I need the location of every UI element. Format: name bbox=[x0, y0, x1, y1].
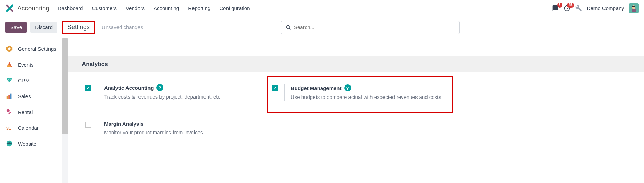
sidebar-item-rental[interactable]: Rental bbox=[0, 104, 68, 120]
check-icon: ✓ bbox=[87, 85, 90, 90]
svg-point-9 bbox=[8, 79, 9, 80]
nav-configuration[interactable]: Configuration bbox=[219, 5, 250, 11]
discard-button[interactable]: Discard bbox=[30, 22, 57, 33]
sidebar-item-events[interactable]: Events bbox=[0, 57, 68, 72]
nav-customers[interactable]: Customers bbox=[92, 5, 117, 11]
section-header-analytics: Analytics bbox=[68, 56, 644, 72]
sidebar-item-label: General Settings bbox=[18, 46, 56, 52]
content: General Settings Events CRM Sales Rental bbox=[0, 38, 644, 183]
nav-dashboard[interactable]: Dashboard bbox=[58, 5, 83, 11]
divider bbox=[98, 84, 98, 104]
nav-menu: Dashboard Customers Vendors Accounting R… bbox=[58, 5, 250, 11]
sidebar-item-label: Calendar bbox=[18, 125, 39, 131]
help-icon[interactable]: ? bbox=[156, 84, 163, 91]
sidebar-item-general-settings[interactable]: General Settings bbox=[0, 41, 68, 57]
sidebar-item-website[interactable]: Website bbox=[0, 136, 68, 151]
breadcrumb: Settings bbox=[62, 21, 95, 34]
setting-description: Track costs & revenues by project, depar… bbox=[104, 93, 264, 101]
help-icon[interactable]: ? bbox=[344, 84, 351, 91]
nav-right: 6 25 Demo Company bbox=[552, 3, 639, 13]
action-bar: Save Discard Settings Unsaved changes bbox=[0, 16, 644, 38]
unsaved-indicator: Unsaved changes bbox=[102, 24, 143, 30]
setting-description: Use budgets to compare actual with expec… bbox=[291, 93, 448, 101]
events-icon bbox=[5, 61, 13, 68]
messages-badge: 6 bbox=[557, 3, 562, 8]
wrench-icon bbox=[575, 5, 582, 12]
brand[interactable]: Accounting bbox=[5, 4, 49, 12]
svg-text:31: 31 bbox=[6, 126, 11, 131]
svg-line-6 bbox=[289, 28, 290, 30]
settings-grid: ✓ Analytic Accounting ? Track costs & re… bbox=[68, 72, 644, 141]
app-icon bbox=[5, 4, 14, 12]
website-icon bbox=[5, 140, 13, 147]
gear-icon bbox=[5, 45, 13, 53]
settings-main: Analytics ✓ Analytic Accounting ? Track … bbox=[68, 38, 644, 183]
svg-point-14 bbox=[7, 109, 10, 112]
messages-button[interactable]: 6 bbox=[552, 5, 559, 12]
sidebar-item-label: Website bbox=[18, 141, 36, 147]
sidebar-scrollbar[interactable] bbox=[62, 38, 68, 183]
sidebar-item-label: Rental bbox=[18, 109, 33, 115]
top-nav: Accounting Dashboard Customers Vendors A… bbox=[0, 0, 644, 16]
nav-reporting[interactable]: Reporting bbox=[188, 5, 210, 11]
rental-icon bbox=[5, 108, 13, 116]
search-box[interactable] bbox=[281, 21, 460, 34]
checkbox-budget-management[interactable]: ✓ bbox=[272, 85, 278, 91]
debug-button[interactable] bbox=[575, 5, 582, 12]
company-name[interactable]: Demo Company bbox=[587, 5, 624, 11]
nav-vendors[interactable]: Vendors bbox=[126, 5, 145, 11]
setting-description: Monitor your product margins from invoic… bbox=[104, 129, 264, 137]
svg-rect-4 bbox=[632, 6, 635, 7]
activities-badge: 25 bbox=[567, 3, 574, 8]
sidebar-item-label: CRM bbox=[18, 78, 30, 83]
nav-accounting[interactable]: Accounting bbox=[154, 5, 179, 11]
avatar-icon bbox=[629, 3, 639, 13]
check-icon: ✓ bbox=[273, 86, 277, 91]
sidebar-item-crm[interactable]: CRM bbox=[0, 72, 68, 88]
divider bbox=[98, 121, 98, 137]
calendar-icon: 31 bbox=[5, 124, 13, 131]
checkbox-margin-analysis[interactable] bbox=[85, 122, 91, 128]
sidebar-item-label: Sales bbox=[18, 93, 31, 99]
brand-name: Accounting bbox=[17, 4, 49, 12]
search-input[interactable] bbox=[294, 24, 455, 30]
svg-rect-12 bbox=[8, 95, 10, 99]
scrollbar-thumb[interactable] bbox=[62, 38, 68, 134]
setting-title: Budget Management bbox=[291, 85, 342, 91]
save-button[interactable]: Save bbox=[5, 22, 27, 33]
svg-rect-3 bbox=[632, 9, 636, 12]
activities-button[interactable]: 25 bbox=[564, 5, 570, 12]
svg-rect-11 bbox=[7, 96, 8, 99]
crm-icon bbox=[5, 77, 13, 84]
settings-sidebar: General Settings Events CRM Sales Rental bbox=[0, 38, 68, 183]
user-avatar[interactable] bbox=[629, 3, 639, 13]
setting-title: Margin Analysis bbox=[104, 121, 143, 127]
svg-rect-13 bbox=[10, 94, 12, 99]
svg-point-10 bbox=[10, 79, 11, 80]
sidebar-item-label: Events bbox=[18, 62, 34, 68]
divider bbox=[284, 84, 285, 101]
sales-icon bbox=[5, 92, 13, 100]
setting-budget-management: ✓ Budget Management ? Use budgets to com… bbox=[267, 76, 453, 113]
checkbox-analytic-accounting[interactable]: ✓ bbox=[85, 85, 91, 91]
svg-point-8 bbox=[8, 47, 10, 50]
setting-title: Analytic Accounting bbox=[104, 85, 154, 91]
breadcrumb-settings: Settings bbox=[67, 24, 90, 31]
sidebar-item-sales[interactable]: Sales bbox=[0, 88, 68, 104]
setting-margin-analysis: Margin Analysis Monitor your product mar… bbox=[82, 119, 267, 138]
sidebar-item-calendar[interactable]: 31 Calendar bbox=[0, 120, 68, 136]
search-icon bbox=[286, 25, 291, 30]
setting-analytic-accounting: ✓ Analytic Accounting ? Track costs & re… bbox=[82, 83, 267, 106]
